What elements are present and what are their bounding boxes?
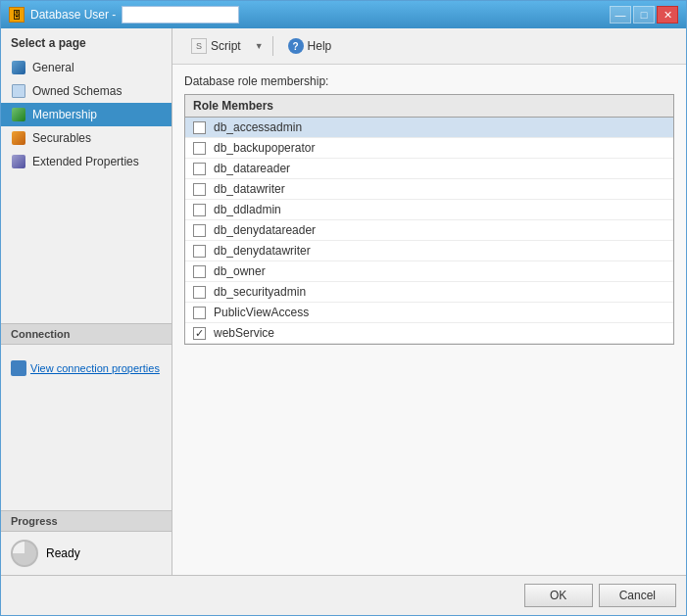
role-name: db_backupoperator — [214, 141, 315, 155]
progress-status: Ready — [46, 546, 80, 560]
role-row[interactable]: db_ddladmin — [185, 200, 673, 220]
maximize-button[interactable]: □ — [633, 6, 655, 24]
role-name: db_owner — [214, 264, 266, 278]
role-checkbox[interactable] — [193, 163, 206, 175]
cancel-button[interactable]: Cancel — [599, 584, 676, 607]
role-row[interactable]: ✓webService — [185, 323, 673, 344]
main-window: 🗄 Database User - — □ ✕ Select a page Ge… — [0, 0, 687, 616]
view-connection-link[interactable]: View connection properties — [11, 360, 162, 376]
sidebar-item-owned-schemas[interactable]: Owned Schemas — [1, 79, 172, 103]
owned-schemas-icon — [11, 83, 26, 99]
sidebar-label-securables: Securables — [32, 131, 91, 145]
role-row[interactable]: db_accessadmin — [185, 118, 673, 138]
role-checkbox[interactable] — [193, 286, 206, 299]
membership-section-label: Database role membership: — [184, 74, 674, 88]
role-row[interactable]: db_backupoperator — [185, 138, 673, 159]
close-button[interactable]: ✕ — [657, 6, 678, 24]
view-connection-text: View connection properties — [30, 362, 160, 374]
script-label: Script — [211, 39, 241, 53]
bottom-bar: OK Cancel — [1, 575, 686, 615]
role-row[interactable]: db_securityadmin — [185, 282, 673, 303]
extended-icon — [11, 154, 26, 169]
role-name: db_ddladmin — [214, 203, 281, 216]
role-row[interactable]: db_denydatareader — [185, 220, 673, 241]
role-name: db_datareader — [214, 162, 290, 175]
connection-area: View connection properties — [1, 345, 172, 510]
title-bar: 🗄 Database User - — □ ✕ — [1, 1, 686, 28]
sidebar-label-owned: Owned Schemas — [32, 84, 122, 98]
title-bar-text: Database User - — [30, 8, 116, 22]
window-body: Select a page General Owned Schemas Memb… — [1, 28, 686, 575]
sidebar-item-extended[interactable]: Extended Properties — [1, 150, 172, 173]
title-bar-controls: — □ ✕ — [610, 6, 678, 24]
minimize-button[interactable]: — — [610, 6, 631, 24]
script-dropdown-button[interactable]: ▼ — [252, 37, 267, 55]
role-row[interactable]: db_owner — [185, 261, 673, 282]
role-checkbox[interactable] — [193, 204, 206, 216]
sidebar-label-general: General — [32, 61, 74, 74]
connection-section-header: Connection — [1, 323, 172, 345]
role-name: PublicViewAccess — [214, 306, 309, 319]
help-label: Help — [308, 39, 332, 53]
app-icon: 🗄 — [9, 7, 25, 23]
sidebar-title: Select a page — [1, 28, 172, 56]
securables-icon — [11, 130, 26, 146]
script-icon: S — [191, 38, 207, 54]
main-content: S Script ▼ ? Help Database role membersh… — [172, 28, 686, 575]
general-icon — [11, 60, 26, 75]
role-name: db_denydatareader — [214, 223, 316, 237]
role-name: db_datawriter — [214, 182, 285, 196]
role-checkbox[interactable] — [193, 245, 206, 258]
sidebar-label-membership: Membership — [32, 108, 97, 121]
role-row[interactable]: PublicViewAccess — [185, 303, 673, 323]
progress-area: Ready — [1, 532, 172, 575]
role-checkbox[interactable] — [193, 121, 206, 134]
role-name: db_accessadmin — [214, 120, 302, 134]
sidebar: Select a page General Owned Schemas Memb… — [1, 28, 172, 575]
connection-link-icon — [11, 360, 26, 376]
title-input[interactable] — [122, 6, 239, 24]
role-name: db_securityadmin — [214, 285, 306, 299]
role-checkbox[interactable] — [193, 142, 206, 155]
role-table: Role Members db_accessadmindb_backupoper… — [184, 94, 674, 345]
role-table-header: Role Members — [185, 95, 673, 118]
membership-icon — [11, 107, 26, 122]
progress-spinner — [11, 540, 38, 567]
sidebar-item-general[interactable]: General — [1, 56, 172, 79]
sidebar-item-securables[interactable]: Securables — [1, 126, 172, 150]
toolbar: S Script ▼ ? Help — [172, 28, 686, 65]
role-checkbox[interactable] — [193, 265, 206, 278]
role-checkbox[interactable] — [193, 307, 206, 319]
role-row[interactable]: db_denydatawriter — [185, 241, 673, 261]
progress-section-header: Progress — [1, 510, 172, 532]
role-name: webService — [214, 326, 274, 340]
script-button[interactable]: S Script — [182, 34, 250, 58]
title-bar-left: 🗄 Database User - — [9, 6, 239, 24]
help-button[interactable]: ? Help — [279, 34, 341, 58]
content-area: Database role membership: Role Members d… — [172, 65, 686, 575]
sidebar-item-membership[interactable]: Membership — [1, 103, 172, 126]
help-icon: ? — [288, 38, 304, 54]
ok-button[interactable]: OK — [524, 584, 593, 607]
role-checkbox[interactable] — [193, 183, 206, 196]
role-row[interactable]: db_datawriter — [185, 179, 673, 200]
role-checkbox[interactable] — [193, 224, 206, 237]
sidebar-label-extended: Extended Properties — [32, 155, 139, 168]
role-row[interactable]: db_datareader — [185, 159, 673, 179]
role-checkbox[interactable]: ✓ — [193, 327, 206, 340]
role-name: db_denydatawriter — [214, 244, 311, 258]
toolbar-separator — [272, 36, 273, 56]
